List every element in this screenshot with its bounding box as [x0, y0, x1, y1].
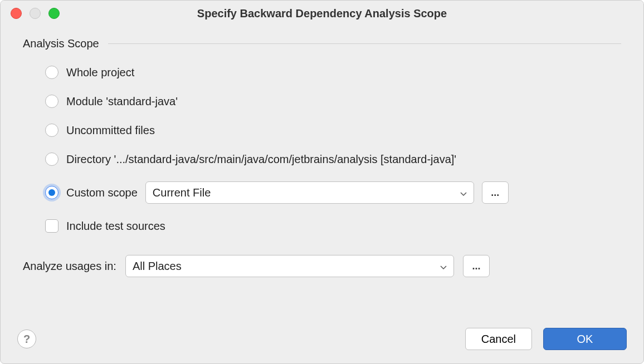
custom-scope-dropdown[interactable]: Current File	[145, 181, 474, 204]
checkbox-icon	[45, 219, 58, 233]
scope-radio-group: Whole project Module 'standard-java' Unc…	[23, 66, 621, 233]
dropdown-value: Current File	[153, 186, 211, 199]
checkbox-label: Include test sources	[66, 220, 165, 233]
help-icon: ?	[23, 333, 30, 346]
chevron-down-icon	[440, 260, 447, 273]
footer-buttons: Cancel OK	[465, 328, 627, 350]
checkbox-include-test-sources[interactable]: Include test sources	[45, 219, 621, 233]
custom-scope-ellipsis-button[interactable]: ...	[482, 181, 509, 204]
analyze-usages-label: Analyze usages in:	[23, 260, 116, 273]
radio-icon	[45, 186, 58, 199]
radio-label: Custom scope	[66, 186, 138, 199]
radio-icon	[45, 95, 58, 108]
radio-label: Whole project	[66, 66, 134, 79]
ok-button[interactable]: OK	[543, 328, 627, 350]
dialog-title: Specify Backward Dependency Analysis Sco…	[1, 7, 643, 20]
chevron-down-icon	[460, 186, 467, 199]
section-title: Analysis Scope	[23, 37, 99, 50]
dropdown-value: All Places	[133, 260, 182, 273]
dialog-window: Specify Backward Dependency Analysis Sco…	[0, 0, 644, 364]
analyze-usages-ellipsis-button[interactable]: ...	[463, 255, 490, 277]
radio-label: Uncommitted files	[66, 124, 155, 137]
radio-icon	[45, 153, 58, 166]
titlebar: Specify Backward Dependency Analysis Sco…	[1, 1, 643, 26]
cancel-button[interactable]: Cancel	[465, 328, 532, 350]
section-header: Analysis Scope	[23, 37, 621, 50]
radio-label: Directory '.../standard-java/src/main/ja…	[66, 153, 456, 166]
button-label: Cancel	[481, 333, 516, 346]
radio-whole-project[interactable]: Whole project	[45, 66, 621, 79]
help-button[interactable]: ?	[17, 329, 36, 348]
radio-custom-scope[interactable]: Custom scope	[45, 186, 138, 199]
section-rule	[108, 43, 621, 44]
radio-icon	[45, 124, 58, 137]
radio-custom-scope-row: Custom scope Current File ...	[45, 181, 621, 204]
radio-uncommitted-files[interactable]: Uncommitted files	[45, 124, 621, 137]
analyze-usages-row: Analyze usages in: All Places ...	[23, 255, 621, 277]
analyze-usages-dropdown[interactable]: All Places	[125, 255, 454, 277]
dialog-footer: ? Cancel OK	[1, 324, 643, 363]
ellipsis-label: ...	[491, 187, 499, 199]
radio-module[interactable]: Module 'standard-java'	[45, 95, 621, 108]
button-label: OK	[577, 333, 593, 346]
radio-directory[interactable]: Directory '.../standard-java/src/main/ja…	[45, 153, 621, 166]
radio-label: Module 'standard-java'	[66, 95, 178, 108]
ellipsis-label: ...	[472, 260, 480, 272]
dialog-content: Analysis Scope Whole project Module 'sta…	[1, 26, 643, 305]
radio-icon	[45, 66, 58, 79]
